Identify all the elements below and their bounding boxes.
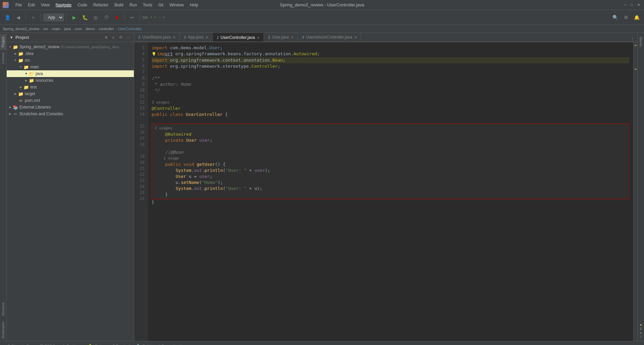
breadcrumb-file[interactable]: UserController xyxy=(118,27,142,31)
tree-item-pom[interactable]: ▶ m pom.xml xyxy=(7,97,134,104)
tree-item-resources[interactable]: ▶ 📁 resources xyxy=(7,77,134,84)
tab-close-app[interactable]: ✕ xyxy=(206,36,208,39)
run-tool-btn[interactable]: ▶ Run xyxy=(20,343,36,345)
project-add-btn[interactable]: ⊕ xyxy=(103,34,109,41)
sidebar-tab-project[interactable]: Project xyxy=(0,34,6,50)
tree-item-target[interactable]: ▶ 📁 target xyxy=(7,90,134,97)
menu-tools[interactable]: Tools xyxy=(140,1,155,9)
toolbar-breadcrumb-btn[interactable]: ≡ xyxy=(29,13,38,22)
code-line-5: import org.springframework.context.annot… xyxy=(152,57,629,63)
project-dropdown-icon[interactable]: ▼ xyxy=(9,35,13,40)
tab-userbeans[interactable]: J UserBeans.java ✕ xyxy=(134,33,180,42)
tree-item-test[interactable]: ▶ 📁 test xyxy=(7,84,134,90)
tab-more-button[interactable]: ⋮ xyxy=(627,36,637,42)
tree-item-main[interactable]: ▼ 📁 main xyxy=(7,64,134,70)
tree-item-external-libs[interactable]: ▶ 📚 External Libraries xyxy=(7,104,134,111)
code-area[interactable]: import com.demo.model.User; 💡import org.… xyxy=(148,42,633,341)
sidebar-tab-commit[interactable]: Commit xyxy=(0,50,6,67)
sidebar-tab-bookmarks[interactable]: Bookmarks xyxy=(0,319,6,341)
tab-close-userbeans[interactable]: ✕ xyxy=(173,36,175,39)
tab-usercontroller[interactable]: J UserController.java ✕ xyxy=(213,33,264,42)
toolbar-profile-btn[interactable]: 👤 xyxy=(3,13,12,22)
breadcrumb-src[interactable]: src xyxy=(43,27,48,31)
dependencies-tool-btn[interactable]: ◈ Dependencies xyxy=(155,343,188,345)
tab-close-usercontroller[interactable]: ✕ xyxy=(257,36,260,40)
maximize-button[interactable]: □ xyxy=(629,2,635,8)
breadcrumb-java[interactable]: java xyxy=(64,27,71,31)
breadcrumb-main[interactable]: main xyxy=(52,27,60,31)
close-button[interactable]: ✕ xyxy=(636,2,641,8)
git-tool-btn[interactable]: ⎇ Git xyxy=(3,343,18,345)
menu-code[interactable]: Code xyxy=(75,1,90,9)
debug-label: Debug xyxy=(95,344,106,345)
tree-item-src[interactable]: ▼ 📁 src xyxy=(7,57,134,64)
app-selector[interactable]: App xyxy=(44,14,64,21)
settings-button[interactable]: ⚙ xyxy=(621,13,631,22)
terminal-tool-btn[interactable]: ▮ Terminal xyxy=(110,343,133,345)
tree-item-idea[interactable]: ▶ 📁 .idea xyxy=(7,50,134,57)
coverage-button[interactable]: ◎ xyxy=(91,13,100,22)
project-collapse-btn[interactable]: ≡ xyxy=(110,34,116,41)
menu-help[interactable]: Help xyxy=(187,1,201,9)
menu-view[interactable]: View xyxy=(38,1,52,9)
menu-git[interactable]: Git xyxy=(156,1,166,9)
tree-item-scratches[interactable]: ▶ ✏ Scratches and Consoles xyxy=(7,111,134,117)
stop-button[interactable]: ■ xyxy=(112,13,122,22)
warning-count[interactable]: ▲ xyxy=(639,323,642,326)
menu-run[interactable]: Run xyxy=(127,1,140,9)
debug-button[interactable]: 🐛 xyxy=(80,13,90,22)
menu-window[interactable]: Window xyxy=(167,1,186,9)
breadcrumb-project[interactable]: Spring_demo2_review xyxy=(3,27,39,31)
tab-useradvice[interactable]: J UserAdviceController.java ✕ xyxy=(298,33,361,42)
chevron-up-icon[interactable]: ▲ xyxy=(639,331,642,334)
breadcrumb-demo[interactable]: demo xyxy=(86,27,95,31)
todo-label: TODO xyxy=(45,344,55,345)
project-minimize-btn[interactable]: ─ xyxy=(125,34,131,41)
project-tree: ▼ 📁 Spring_demo2_review D:/Java/code/tes… xyxy=(7,42,134,341)
run-button[interactable]: ▶ xyxy=(69,13,79,22)
tree-item-root[interactable]: ▼ 📁 Spring_demo2_review D:/Java/code/tes… xyxy=(7,44,134,50)
tree-label-src: src xyxy=(25,58,30,63)
menu-edit[interactable]: Edit xyxy=(25,1,38,9)
problems-icon: ⚠ xyxy=(62,344,65,345)
tab-user[interactable]: J User.java ✕ xyxy=(264,33,298,42)
todo-tool-btn[interactable]: ☑ TODO xyxy=(37,343,58,345)
profile-run-button[interactable]: ⏱ xyxy=(102,13,111,22)
minimize-button[interactable]: ─ xyxy=(623,2,628,8)
toolbar-sep-5 xyxy=(140,13,140,21)
problems-tool-btn[interactable]: ⚠ Problems xyxy=(59,343,85,345)
tree-arrow-java: ▼ xyxy=(24,72,28,76)
code-line-12b: @Controller xyxy=(152,106,629,112)
code-line-11 xyxy=(152,93,629,99)
menu-file[interactable]: File xyxy=(13,1,24,9)
warning-indicator-2: ━ xyxy=(635,67,637,71)
terminal-icon: ▮ xyxy=(113,344,115,345)
folder-icon-main: 📁 xyxy=(23,64,29,70)
search-button[interactable]: 🔍 xyxy=(610,13,620,22)
build-tool-btn[interactable]: 🔨 Build xyxy=(134,343,153,345)
debug-icon: 🐛 xyxy=(89,344,94,345)
code-line-25: } xyxy=(152,199,629,205)
scratch-icon: ✏ xyxy=(13,111,18,117)
git-label: Git xyxy=(11,344,16,345)
menu-build[interactable]: Build xyxy=(112,1,126,9)
tab-label-useradvice: UserAdviceController.java xyxy=(306,35,352,40)
tree-item-java[interactable]: ▼ 📁 java xyxy=(7,70,134,77)
undo-button[interactable]: ↩ xyxy=(127,13,137,22)
tab-app[interactable]: J App.java ✕ xyxy=(180,33,213,42)
breadcrumb-controller[interactable]: controller xyxy=(99,27,114,31)
tree-label-external-libs: External Libraries xyxy=(19,105,51,110)
sidebar-tab-structure[interactable]: Structure xyxy=(0,300,6,319)
tab-close-useradvice[interactable]: ✕ xyxy=(354,36,357,39)
breadcrumb-com[interactable]: com xyxy=(75,27,82,31)
tree-label-resources: resources xyxy=(36,78,53,83)
project-settings-btn[interactable]: ⚙ xyxy=(118,34,124,41)
sidebar-tab-maven[interactable]: Maven xyxy=(638,34,644,50)
menu-refactor[interactable]: Refactor xyxy=(91,1,111,9)
tab-close-user[interactable]: ✕ xyxy=(291,36,293,39)
toolbar-back-btn[interactable]: ◀ xyxy=(13,13,23,22)
notifications-button[interactable]: 🔔 xyxy=(632,13,641,22)
debug-tool-btn[interactable]: 🐛 Debug xyxy=(86,343,108,345)
chevron-down-icon[interactable]: ▽ xyxy=(640,335,642,338)
menu-navigate[interactable]: Navigate xyxy=(53,1,74,9)
